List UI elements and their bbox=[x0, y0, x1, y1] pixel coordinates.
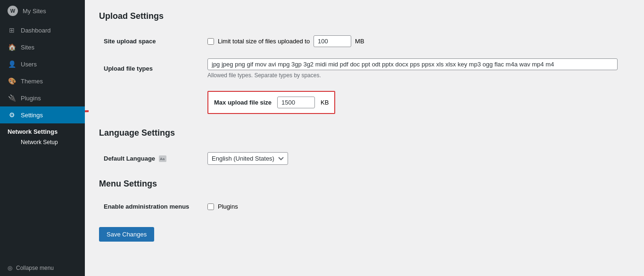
collapse-icon: ◎ bbox=[8, 265, 12, 271]
collapse-label: Collapse menu bbox=[16, 265, 54, 271]
main-content: Upload Settings Site upload space Limit … bbox=[85, 0, 644, 276]
sidebar-label-users: Users bbox=[21, 61, 37, 68]
max-upload-unit: KB bbox=[321, 99, 329, 106]
site-upload-space-row: Site upload space Limit total size of fi… bbox=[99, 30, 630, 53]
plugins-checkbox-row: Plugins bbox=[207, 203, 625, 210]
default-language-row: Default Language Aa English (United Stat… bbox=[99, 146, 630, 170]
upload-types-description: Allowed file types. Separate types by sp… bbox=[207, 72, 625, 79]
language-select-row: English (United States) English (UK) Fre… bbox=[207, 152, 625, 165]
sidebar-item-plugins[interactable]: 🔌 Plugins bbox=[0, 89, 85, 106]
limit-total-size-checkbox[interactable] bbox=[207, 38, 214, 45]
upload-settings-table: Site upload space Limit total size of fi… bbox=[99, 30, 630, 120]
upload-space-controls: Limit total size of files uploaded to 10… bbox=[207, 35, 625, 47]
sites-icon: 🏠 bbox=[8, 43, 16, 51]
default-language-label: Default Language Aa bbox=[99, 146, 203, 170]
wordpress-icon: W bbox=[8, 6, 18, 16]
max-upload-row: Max upload file size KB bbox=[99, 84, 630, 120]
enable-admin-menus-row: Enable administration menus Plugins bbox=[99, 197, 630, 216]
sidebar-logo[interactable]: W My Sites bbox=[0, 0, 85, 22]
svg-text:Aa: Aa bbox=[160, 157, 165, 161]
themes-icon: 🎨 bbox=[8, 77, 16, 85]
dashboard-icon: ⊞ bbox=[8, 26, 16, 34]
red-arrow bbox=[85, 107, 93, 136]
sidebar-label-dashboard: Dashboard bbox=[21, 27, 51, 34]
language-icon: Aa bbox=[159, 155, 166, 162]
settings-icon: ⚙ bbox=[8, 111, 16, 119]
limit-checkbox-label: Limit total size of files uploaded to bbox=[218, 38, 310, 45]
sidebar-label-themes: Themes bbox=[21, 78, 43, 85]
default-language-select[interactable]: English (United States) English (UK) Fre… bbox=[207, 152, 288, 165]
sidebar-item-sites[interactable]: 🏠 Sites bbox=[0, 39, 85, 56]
sidebar-item-dashboard[interactable]: ⊞ Dashboard bbox=[0, 22, 85, 39]
upload-file-types-input[interactable] bbox=[207, 58, 618, 70]
sidebar-label-sites: Sites bbox=[21, 44, 34, 51]
menu-settings-table: Enable administration menus Plugins bbox=[99, 197, 630, 216]
upload-file-types-label: Upload file types bbox=[99, 53, 203, 84]
site-upload-space-label: Site upload space bbox=[99, 30, 203, 53]
upload-limit-input[interactable]: 100 bbox=[314, 35, 351, 47]
plugins-checkbox-label: Plugins bbox=[218, 203, 238, 210]
menu-settings-title: Menu Settings bbox=[99, 179, 630, 189]
upload-file-types-row: Upload file types Allowed file types. Se… bbox=[99, 53, 630, 84]
enable-admin-menus-label: Enable administration menus bbox=[99, 197, 203, 216]
sidebar-item-settings[interactable]: ⚙ Settings bbox=[0, 106, 85, 123]
collapse-menu-button[interactable]: ◎ Collapse menu bbox=[0, 260, 85, 276]
upload-settings-title: Upload Settings bbox=[99, 11, 630, 21]
site-title: My Sites bbox=[23, 8, 46, 15]
sidebar: W My Sites ⊞ Dashboard 🏠 Sites 👤 Users 🎨… bbox=[0, 0, 85, 276]
save-changes-button[interactable]: Save Changes bbox=[99, 227, 154, 242]
sidebar-sub-network-setup[interactable]: Network Setup bbox=[0, 136, 85, 148]
language-settings-title: Language Settings bbox=[99, 128, 630, 138]
upload-limit-unit: MB bbox=[355, 38, 364, 45]
sidebar-label-settings: Settings bbox=[21, 112, 43, 119]
sidebar-item-themes[interactable]: 🎨 Themes bbox=[0, 73, 85, 89]
sidebar-label-plugins: Plugins bbox=[21, 95, 41, 102]
plugins-icon: 🔌 bbox=[8, 94, 16, 102]
network-settings-heading: Network Settings bbox=[0, 123, 85, 136]
sidebar-item-users[interactable]: 👤 Users bbox=[0, 56, 85, 73]
max-upload-label: Max upload file size bbox=[214, 99, 272, 106]
language-settings-table: Default Language Aa English (United Stat… bbox=[99, 146, 630, 170]
max-upload-highlighted: Max upload file size KB bbox=[207, 91, 335, 114]
users-icon: 👤 bbox=[8, 60, 16, 68]
max-upload-input[interactable] bbox=[277, 97, 315, 108]
plugins-checkbox[interactable] bbox=[207, 203, 214, 210]
